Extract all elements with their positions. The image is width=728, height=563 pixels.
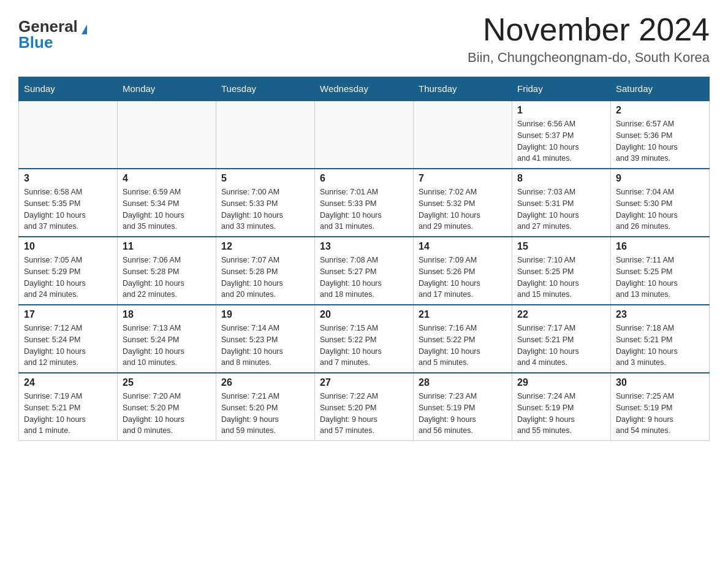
calendar-cell bbox=[414, 101, 512, 169]
weekday-header-sunday: Sunday bbox=[19, 77, 118, 101]
week-row-1: 1Sunrise: 6:56 AM Sunset: 5:37 PM Daylig… bbox=[19, 101, 710, 169]
calendar-cell: 27Sunrise: 7:22 AM Sunset: 5:20 PM Dayli… bbox=[315, 373, 414, 441]
day-number: 14 bbox=[419, 241, 507, 252]
title-area: November 2024 Biin, Chungcheongnam-do, S… bbox=[468, 12, 710, 66]
day-info: Sunrise: 7:06 AM Sunset: 5:28 PM Dayligh… bbox=[123, 255, 211, 301]
calendar-cell: 25Sunrise: 7:20 AM Sunset: 5:20 PM Dayli… bbox=[118, 373, 216, 441]
day-info: Sunrise: 7:00 AM Sunset: 5:33 PM Dayligh… bbox=[221, 186, 309, 232]
calendar-cell: 5Sunrise: 7:00 AM Sunset: 5:33 PM Daylig… bbox=[216, 169, 315, 237]
day-number: 21 bbox=[419, 309, 507, 320]
day-info: Sunrise: 7:19 AM Sunset: 5:21 PM Dayligh… bbox=[24, 391, 112, 437]
day-info: Sunrise: 7:22 AM Sunset: 5:20 PM Dayligh… bbox=[320, 391, 408, 437]
logo: General Blue bbox=[18, 18, 87, 50]
day-number: 24 bbox=[24, 377, 112, 388]
calendar-cell: 19Sunrise: 7:14 AM Sunset: 5:23 PM Dayli… bbox=[216, 305, 315, 373]
day-number: 16 bbox=[616, 241, 704, 252]
calendar-cell: 3Sunrise: 6:58 AM Sunset: 5:35 PM Daylig… bbox=[19, 169, 118, 237]
day-info: Sunrise: 7:05 AM Sunset: 5:29 PM Dayligh… bbox=[24, 255, 112, 301]
day-number: 23 bbox=[616, 309, 704, 320]
day-info: Sunrise: 7:12 AM Sunset: 5:24 PM Dayligh… bbox=[24, 323, 112, 369]
calendar-cell: 20Sunrise: 7:15 AM Sunset: 5:22 PM Dayli… bbox=[315, 305, 414, 373]
calendar-cell: 23Sunrise: 7:18 AM Sunset: 5:21 PM Dayli… bbox=[611, 305, 710, 373]
day-info: Sunrise: 6:57 AM Sunset: 5:36 PM Dayligh… bbox=[616, 118, 704, 164]
calendar-cell: 26Sunrise: 7:21 AM Sunset: 5:20 PM Dayli… bbox=[216, 373, 315, 441]
logo-blue: Blue bbox=[18, 34, 53, 50]
calendar-cell: 7Sunrise: 7:02 AM Sunset: 5:32 PM Daylig… bbox=[414, 169, 512, 237]
calendar-cell: 30Sunrise: 7:25 AM Sunset: 5:19 PM Dayli… bbox=[611, 373, 710, 441]
day-info: Sunrise: 7:21 AM Sunset: 5:20 PM Dayligh… bbox=[221, 391, 309, 437]
calendar-cell: 14Sunrise: 7:09 AM Sunset: 5:26 PM Dayli… bbox=[414, 237, 512, 305]
calendar-cell bbox=[315, 101, 414, 169]
day-number: 9 bbox=[616, 173, 704, 184]
calendar-cell bbox=[118, 101, 216, 169]
day-info: Sunrise: 7:13 AM Sunset: 5:24 PM Dayligh… bbox=[123, 323, 211, 369]
day-info: Sunrise: 7:07 AM Sunset: 5:28 PM Dayligh… bbox=[221, 255, 309, 301]
day-number: 11 bbox=[123, 241, 211, 252]
weekday-header-saturday: Saturday bbox=[611, 77, 710, 101]
day-info: Sunrise: 7:18 AM Sunset: 5:21 PM Dayligh… bbox=[616, 323, 704, 369]
day-info: Sunrise: 7:10 AM Sunset: 5:25 PM Dayligh… bbox=[517, 255, 605, 301]
week-row-3: 10Sunrise: 7:05 AM Sunset: 5:29 PM Dayli… bbox=[19, 237, 710, 305]
calendar-cell: 10Sunrise: 7:05 AM Sunset: 5:29 PM Dayli… bbox=[19, 237, 118, 305]
calendar-cell: 22Sunrise: 7:17 AM Sunset: 5:21 PM Dayli… bbox=[512, 305, 611, 373]
main-title: November 2024 bbox=[468, 12, 710, 47]
calendar-cell: 15Sunrise: 7:10 AM Sunset: 5:25 PM Dayli… bbox=[512, 237, 611, 305]
calendar-cell bbox=[19, 101, 118, 169]
calendar-cell bbox=[216, 101, 315, 169]
day-number: 7 bbox=[419, 173, 507, 184]
day-info: Sunrise: 7:17 AM Sunset: 5:21 PM Dayligh… bbox=[517, 323, 605, 369]
calendar-cell: 4Sunrise: 6:59 AM Sunset: 5:34 PM Daylig… bbox=[118, 169, 216, 237]
day-info: Sunrise: 7:01 AM Sunset: 5:33 PM Dayligh… bbox=[320, 186, 408, 232]
day-info: Sunrise: 7:23 AM Sunset: 5:19 PM Dayligh… bbox=[419, 391, 507, 437]
calendar-cell: 1Sunrise: 6:56 AM Sunset: 5:37 PM Daylig… bbox=[512, 101, 611, 169]
day-number: 30 bbox=[616, 377, 704, 388]
day-number: 29 bbox=[517, 377, 605, 388]
day-number: 17 bbox=[24, 309, 112, 320]
day-info: Sunrise: 7:08 AM Sunset: 5:27 PM Dayligh… bbox=[320, 255, 408, 301]
calendar-cell: 2Sunrise: 6:57 AM Sunset: 5:36 PM Daylig… bbox=[611, 101, 710, 169]
day-number: 19 bbox=[221, 309, 309, 320]
day-number: 5 bbox=[221, 173, 309, 184]
day-info: Sunrise: 7:09 AM Sunset: 5:26 PM Dayligh… bbox=[419, 255, 507, 301]
day-info: Sunrise: 7:24 AM Sunset: 5:19 PM Dayligh… bbox=[517, 391, 605, 437]
day-number: 28 bbox=[419, 377, 507, 388]
weekday-header-tuesday: Tuesday bbox=[216, 77, 315, 101]
day-number: 22 bbox=[517, 309, 605, 320]
day-number: 26 bbox=[221, 377, 309, 388]
calendar-cell: 6Sunrise: 7:01 AM Sunset: 5:33 PM Daylig… bbox=[315, 169, 414, 237]
day-info: Sunrise: 6:58 AM Sunset: 5:35 PM Dayligh… bbox=[24, 186, 112, 232]
day-number: 3 bbox=[24, 173, 112, 184]
calendar-header: SundayMondayTuesdayWednesdayThursdayFrid… bbox=[19, 77, 710, 101]
day-number: 25 bbox=[123, 377, 211, 388]
day-number: 15 bbox=[517, 241, 605, 252]
day-number: 10 bbox=[24, 241, 112, 252]
day-number: 20 bbox=[320, 309, 408, 320]
calendar-cell: 16Sunrise: 7:11 AM Sunset: 5:25 PM Dayli… bbox=[611, 237, 710, 305]
day-info: Sunrise: 7:15 AM Sunset: 5:22 PM Dayligh… bbox=[320, 323, 408, 369]
weekday-header-thursday: Thursday bbox=[414, 77, 512, 101]
week-row-2: 3Sunrise: 6:58 AM Sunset: 5:35 PM Daylig… bbox=[19, 169, 710, 237]
weekday-header-friday: Friday bbox=[512, 77, 611, 101]
calendar-cell: 28Sunrise: 7:23 AM Sunset: 5:19 PM Dayli… bbox=[414, 373, 512, 441]
calendar-body: 1Sunrise: 6:56 AM Sunset: 5:37 PM Daylig… bbox=[19, 101, 710, 441]
calendar-cell: 24Sunrise: 7:19 AM Sunset: 5:21 PM Dayli… bbox=[19, 373, 118, 441]
day-number: 2 bbox=[616, 105, 704, 116]
logo-general: General bbox=[18, 18, 78, 34]
calendar-cell: 12Sunrise: 7:07 AM Sunset: 5:28 PM Dayli… bbox=[216, 237, 315, 305]
day-number: 13 bbox=[320, 241, 408, 252]
day-info: Sunrise: 6:59 AM Sunset: 5:34 PM Dayligh… bbox=[123, 186, 211, 232]
day-info: Sunrise: 7:02 AM Sunset: 5:32 PM Dayligh… bbox=[419, 186, 507, 232]
day-number: 18 bbox=[123, 309, 211, 320]
subtitle: Biin, Chungcheongnam-do, South Korea bbox=[468, 50, 710, 66]
day-number: 8 bbox=[517, 173, 605, 184]
calendar-cell: 18Sunrise: 7:13 AM Sunset: 5:24 PM Dayli… bbox=[118, 305, 216, 373]
day-info: Sunrise: 7:04 AM Sunset: 5:30 PM Dayligh… bbox=[616, 186, 704, 232]
day-info: Sunrise: 6:56 AM Sunset: 5:37 PM Dayligh… bbox=[517, 118, 605, 164]
calendar-cell: 9Sunrise: 7:04 AM Sunset: 5:30 PM Daylig… bbox=[611, 169, 710, 237]
day-number: 27 bbox=[320, 377, 408, 388]
weekday-row: SundayMondayTuesdayWednesdayThursdayFrid… bbox=[19, 77, 710, 101]
weekday-header-wednesday: Wednesday bbox=[315, 77, 414, 101]
header: General Blue November 2024 Biin, Chungch… bbox=[18, 12, 710, 66]
day-info: Sunrise: 7:20 AM Sunset: 5:20 PM Dayligh… bbox=[123, 391, 211, 437]
calendar-cell: 8Sunrise: 7:03 AM Sunset: 5:31 PM Daylig… bbox=[512, 169, 611, 237]
